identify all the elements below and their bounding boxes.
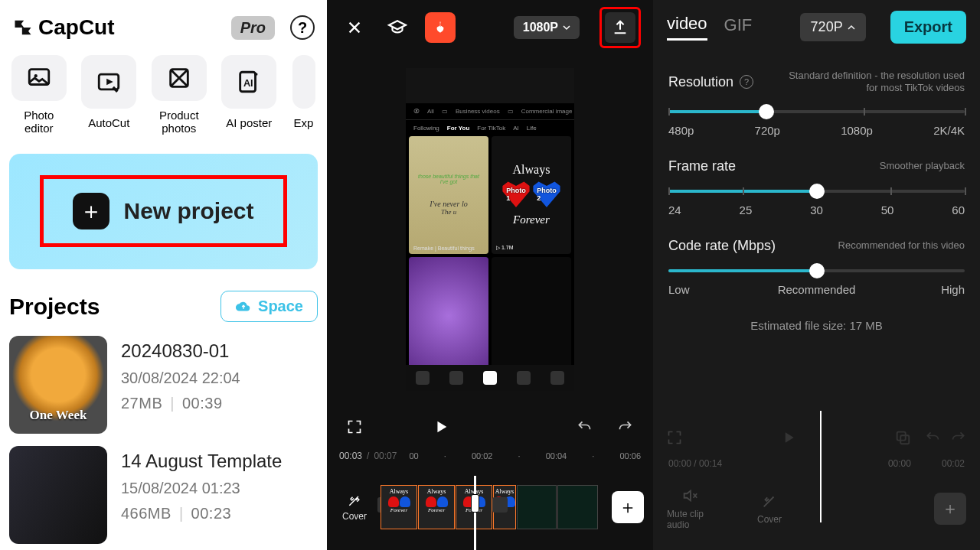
- coderate-hint: Recommended for this video: [838, 239, 965, 252]
- mute-audio-button[interactable]: Mute clip audio: [667, 487, 713, 530]
- project-thumb: [9, 446, 107, 544]
- tab-video[interactable]: video: [667, 14, 707, 41]
- redo-icon[interactable]: [951, 430, 966, 445]
- export-button[interactable]: Export: [890, 11, 966, 44]
- resolution-slider[interactable]: 480p720p1080p2K/4K: [668, 110, 965, 137]
- export-highlight: [599, 7, 641, 48]
- export-icon[interactable]: [605, 12, 635, 43]
- redo-icon[interactable]: [610, 412, 641, 442]
- graduation-icon[interactable]: [382, 12, 413, 43]
- preview-area: ⦿All▭Business videos▭Commercial image Fo…: [327, 55, 653, 406]
- tool-strip: Photo editor AutoCut Product photos AI A…: [0, 49, 327, 135]
- cloud-icon: [235, 298, 252, 315]
- clip-track[interactable]: AlwaysForever AlwaysForever AlwaysForeve…: [381, 485, 598, 529]
- resolution-chip[interactable]: 1080P: [514, 16, 580, 39]
- project-name: 14 August Template: [121, 451, 282, 472]
- timecode-bar: 00:03/00:07 00·00:02·00:04·00:06: [327, 447, 653, 464]
- project-thumb: One Week: [9, 336, 107, 434]
- close-icon[interactable]: [339, 12, 370, 43]
- framerate-hint: Smoother playback: [880, 160, 965, 172]
- tool-ai-poster[interactable]: AI AI poster: [220, 55, 279, 135]
- plus-icon: ＋: [73, 193, 109, 229]
- tool-product-photos[interactable]: Product photos: [149, 55, 209, 135]
- tool-autocut[interactable]: AutoCut: [80, 55, 139, 135]
- project-stats: 466MB|00:23: [121, 505, 282, 522]
- info-icon[interactable]: ?: [740, 75, 753, 89]
- undo-icon[interactable]: [569, 412, 599, 442]
- new-project-highlight: ＋ New project: [40, 175, 286, 247]
- framerate-slider[interactable]: 2425305060: [668, 190, 965, 216]
- phone-preview: ⦿All▭Business videos▭Commercial image Fo…: [406, 68, 574, 391]
- brand-text: CapCut: [38, 15, 115, 40]
- export-resolution-select[interactable]: 720P: [800, 13, 866, 41]
- cover-button[interactable]: Cover: [746, 493, 792, 525]
- chevron-down-icon: [563, 24, 570, 31]
- framerate-label: Frame rate: [668, 158, 736, 174]
- phone-category-tabs: ⦿All▭Business videos▭Commercial image: [406, 103, 574, 120]
- coderate-label: Code rate (Mbps): [668, 238, 776, 254]
- mute-clip-icon[interactable]: [492, 497, 508, 513]
- project-item[interactable]: 14 August Template 15/08/2024 01:23 466M…: [0, 440, 327, 550]
- copy-icon[interactable]: [894, 429, 911, 446]
- app-logo: CapCut: [12, 15, 115, 40]
- play-icon[interactable]: [781, 430, 796, 445]
- timeline[interactable]: Cover AlwaysForever AlwaysForever Always…: [327, 464, 653, 550]
- resolution-hint: Standard definition - the resolution use…: [789, 70, 965, 95]
- mini-timecodes: 00:00 / 00:14 00:00 00:02: [667, 454, 966, 478]
- new-project-label: New project: [123, 198, 253, 224]
- projects-heading: Projects: [9, 294, 100, 320]
- tool-photo-editor[interactable]: Photo editor: [9, 55, 69, 135]
- project-stats: 27MB|00:39: [121, 395, 240, 412]
- pro-badge[interactable]: Pro: [231, 16, 275, 40]
- space-button[interactable]: Space: [220, 291, 318, 322]
- help-icon[interactable]: ?: [290, 15, 315, 40]
- mini-playhead[interactable]: [820, 411, 822, 522]
- fullscreen-icon[interactable]: [667, 430, 682, 445]
- tab-gif[interactable]: GIF: [724, 15, 753, 40]
- phone-subtabs: FollowingFor YouFor TikTokAILife: [406, 120, 574, 136]
- cover-button[interactable]: Cover: [336, 493, 373, 522]
- resolution-label: Resolution: [668, 74, 733, 90]
- tool-more[interactable]: Exp: [289, 55, 318, 135]
- fullscreen-icon[interactable]: [339, 412, 370, 442]
- add-button[interactable]: ＋: [934, 493, 966, 525]
- project-item[interactable]: One Week 20240830-01 30/08/2024 22:04 27…: [0, 330, 327, 440]
- add-clip-button[interactable]: ＋: [612, 491, 644, 523]
- playhead[interactable]: [474, 476, 476, 550]
- undo-icon[interactable]: [925, 430, 940, 445]
- project-date: 30/08/2024 22:04: [121, 369, 240, 387]
- coderate-slider[interactable]: LowRecommendedHigh: [668, 269, 965, 296]
- project-date: 15/08/2024 01:23: [121, 480, 282, 497]
- svg-text:AI: AI: [243, 77, 253, 89]
- new-project-card[interactable]: ＋ New project: [9, 154, 318, 270]
- project-name: 20240830-01: [121, 340, 240, 362]
- chevron-up-icon: [848, 24, 855, 31]
- play-icon[interactable]: [426, 412, 456, 442]
- flame-icon[interactable]: [425, 12, 456, 43]
- file-size-estimate: Estimated file size: 17 MB: [653, 319, 980, 332]
